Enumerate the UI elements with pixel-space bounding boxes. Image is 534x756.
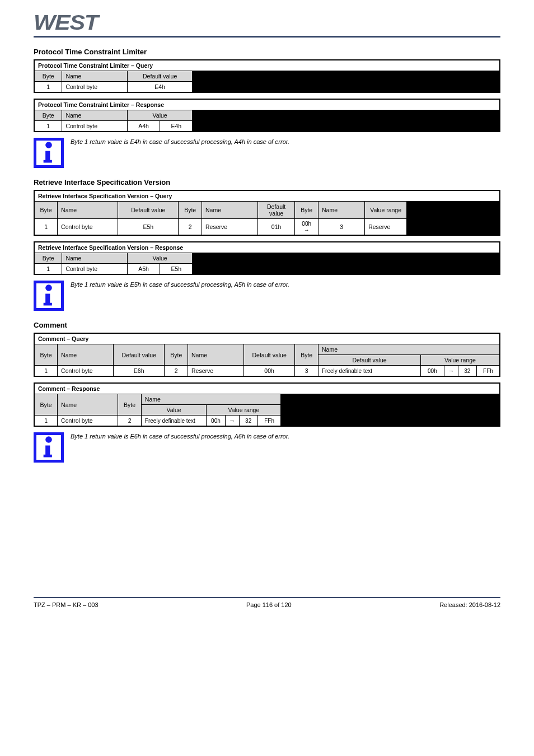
col-name: Name — [62, 71, 127, 82]
col-name: Name — [62, 110, 127, 121]
col-range: Value range — [207, 405, 281, 416]
brand-logo: WEST — [34, 11, 98, 35]
col-byte: Byte — [295, 202, 318, 219]
col-name: Name — [202, 202, 258, 219]
blank-cell — [407, 219, 500, 236]
table-ptcl-query: Protocol Time Constraint Limiter – Query… — [34, 59, 500, 93]
cell: E6h — [113, 366, 165, 377]
cell-val2: E4h — [160, 121, 193, 132]
col-byte: Byte — [34, 110, 62, 121]
col-range: Value range — [365, 202, 407, 219]
col-byte: Byte — [34, 202, 58, 219]
cell-byte: 1 — [34, 121, 62, 132]
footer-divider — [34, 597, 500, 598]
cell: 32 — [239, 416, 257, 427]
cell-name: Control byte — [62, 82, 127, 93]
footer-page: Page 116 of 120 — [246, 601, 292, 608]
col-byte: Byte — [295, 344, 318, 366]
cell: 00h — [243, 366, 295, 377]
info-icon — [34, 138, 64, 168]
col-value: Value — [127, 253, 192, 264]
cell: 2 — [179, 219, 202, 236]
blank-cell — [193, 82, 500, 93]
col-name: Name — [318, 202, 364, 219]
section-comment: Comment Comment – Query Byte Name Defaul… — [34, 321, 500, 463]
arrow-icon: → — [304, 227, 310, 233]
cell: 1 — [34, 366, 58, 377]
info-block: Byte 1 return value is E6h in case of su… — [34, 432, 500, 463]
col-value: Value — [127, 110, 192, 121]
col-byte: Byte — [118, 394, 142, 416]
col-byte: Byte — [34, 394, 58, 416]
cell: 00h → — [295, 219, 318, 236]
col-range: Value range — [421, 355, 500, 366]
blank-cell — [193, 264, 500, 275]
header-region: WEST — [34, 11, 500, 38]
table-ifv-query: Retrieve Interface Specification Version… — [34, 190, 500, 236]
col-name: Name — [58, 344, 114, 366]
col-name: Name — [188, 344, 244, 366]
blank-cell — [407, 202, 500, 219]
col-default: Default value — [243, 344, 295, 366]
cell: Control byte — [62, 264, 127, 275]
cell: 00h — [207, 416, 225, 427]
arrow-icon: → — [444, 366, 458, 377]
section-title: Protocol Time Constraint Limiter — [34, 48, 500, 56]
info-text: Byte 1 return value is E6h in case of su… — [71, 432, 500, 441]
blank-cell — [193, 253, 500, 264]
cell-byte: 1 — [34, 82, 62, 93]
section-interface-version: Retrieve Interface Specification Version… — [34, 178, 500, 311]
cell: Reserve — [202, 219, 258, 236]
cell: 01h — [257, 219, 295, 236]
section-title: Comment — [34, 321, 500, 329]
table-title: Comment – Response — [34, 383, 500, 394]
arrow-icon: → — [225, 416, 239, 427]
svg-point-1 — [45, 284, 52, 291]
svg-point-2 — [45, 436, 52, 443]
info-block: Byte 1 return value is E4h in case of su… — [34, 138, 500, 168]
cell: Control byte — [58, 416, 118, 427]
info-block: Byte 1 return value is E5h in case of su… — [34, 281, 500, 311]
col-default: Default value — [318, 355, 420, 366]
cell: 3 — [318, 219, 364, 236]
svg-point-0 — [45, 142, 52, 148]
cell-text: Freely definable text — [318, 366, 420, 377]
blank-cell — [281, 394, 500, 427]
table-comment-response: Comment – Response Byte Name Byte Name V… — [34, 382, 500, 427]
info-text: Byte 1 return value is E5h in case of su… — [71, 281, 500, 289]
footer-doc-id: TPZ – PRM – KR – 003 — [34, 601, 99, 608]
blank-cell — [193, 71, 500, 82]
table-ptcl-response: Protocol Time Constraint Limiter – Respo… — [34, 99, 500, 132]
cell: FFh — [476, 366, 500, 377]
footer-date: Released: 2016-08-12 — [439, 601, 500, 608]
blank-cell — [193, 110, 500, 121]
col-byte: Byte — [34, 344, 58, 366]
section-protocol-time: Protocol Time Constraint Limiter Protoco… — [34, 48, 500, 168]
cell: Control byte — [58, 366, 114, 377]
cell: Reserve — [365, 219, 407, 236]
cell: Control byte — [58, 219, 118, 236]
col-name: Name — [58, 202, 118, 219]
cell-name: Control byte — [62, 121, 127, 132]
cell: 32 — [458, 366, 476, 377]
cell: 2 — [165, 366, 188, 377]
cell-text: Freely definable text — [141, 416, 206, 427]
col-name: Name — [141, 394, 281, 405]
cell: 3 — [295, 366, 318, 377]
cell: 1 — [34, 264, 62, 275]
cell: 2 — [118, 416, 142, 427]
cell-default: E4h — [127, 82, 192, 93]
col-value: Value — [141, 405, 206, 416]
info-icon — [34, 432, 64, 463]
cell: FFh — [257, 416, 281, 427]
section-title: Retrieve Interface Specification Version — [34, 178, 500, 186]
col-name: Name — [62, 253, 127, 264]
info-text: Byte 1 return value is E4h in case of su… — [71, 138, 500, 146]
cell: Reserve — [188, 366, 244, 377]
cell-val1: A4h — [127, 121, 160, 132]
col-default: Default value — [118, 202, 179, 219]
col-default: Default value — [113, 344, 165, 366]
header-divider — [34, 36, 500, 38]
table-title: Retrieve Interface Specification Version… — [34, 242, 500, 253]
cell: 1 — [34, 219, 58, 236]
